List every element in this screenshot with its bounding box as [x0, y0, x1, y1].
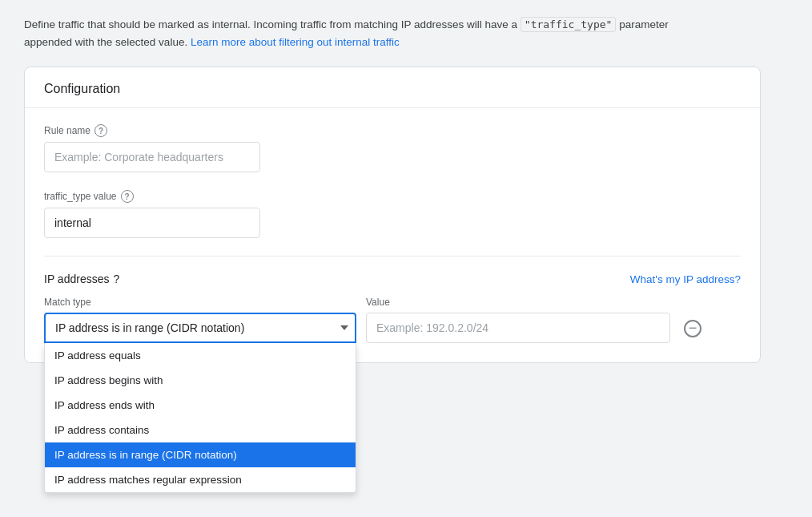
info-text-1: Define traffic that should be marked as …: [24, 18, 521, 30]
rule-name-label: Rule name ?: [44, 124, 741, 137]
section-divider: [44, 256, 741, 256]
value-label: Value: [366, 297, 670, 308]
ip-section-header: IP addresses ? What's my IP address?: [44, 273, 741, 285]
config-title: Configuration: [25, 67, 760, 108]
config-body: Rule name ? traffic_type value ? IP addr…: [25, 108, 760, 362]
dropdown-item-equals[interactable]: IP address equals: [45, 343, 356, 368]
info-banner: Define traffic that should be marked as …: [24, 16, 761, 50]
remove-row-button[interactable]: −: [680, 316, 705, 341]
dropdown-item-begins-with[interactable]: IP address begins with: [45, 368, 356, 393]
rule-name-input[interactable]: [44, 142, 260, 172]
info-code-param: "traffic_type": [521, 17, 617, 32]
value-input[interactable]: [366, 313, 670, 343]
ip-help-icon[interactable]: ?: [113, 273, 119, 285]
match-type-select-wrapper: IP address is in range (CIDR notation) I…: [44, 313, 356, 343]
rule-name-help-icon[interactable]: ?: [94, 124, 107, 137]
traffic-type-help-icon[interactable]: ?: [121, 190, 134, 203]
whats-my-ip-link[interactable]: What's my IP address?: [630, 273, 741, 285]
config-card: Configuration Rule name ? traffic_type v…: [24, 67, 761, 363]
ip-row: Match type IP address is in range (CIDR …: [44, 297, 741, 343]
match-type-select[interactable]: IP address is in range (CIDR notation): [44, 313, 356, 343]
ip-section-title: IP addresses ?: [44, 273, 119, 285]
dropdown-item-cidr[interactable]: IP address is in range (CIDR notation): [45, 442, 356, 467]
value-group: Value: [366, 297, 670, 343]
match-type-selected-value: IP address is in range (CIDR notation): [55, 321, 244, 334]
match-type-dropdown: IP address equals IP address begins with…: [44, 343, 356, 493]
match-type-group: Match type IP address is in range (CIDR …: [44, 297, 356, 343]
traffic-type-label: traffic_type value ?: [44, 190, 741, 203]
dropdown-item-contains[interactable]: IP address contains: [45, 418, 356, 442]
info-text-3: appended with the selected value.: [24, 36, 191, 48]
rule-name-group: Rule name ?: [44, 124, 741, 172]
remove-icon: −: [684, 320, 701, 337]
info-text-2: parameter: [616, 18, 668, 30]
match-type-label: Match type: [44, 297, 356, 308]
dropdown-arrow-icon: [340, 325, 348, 330]
traffic-type-input[interactable]: [44, 208, 260, 238]
dropdown-item-regex[interactable]: IP address matches regular expression: [45, 467, 356, 492]
learn-more-link[interactable]: Learn more about filtering out internal …: [191, 36, 400, 48]
traffic-type-group: traffic_type value ?: [44, 190, 741, 238]
dropdown-item-ends-with[interactable]: IP address ends with: [45, 393, 356, 418]
